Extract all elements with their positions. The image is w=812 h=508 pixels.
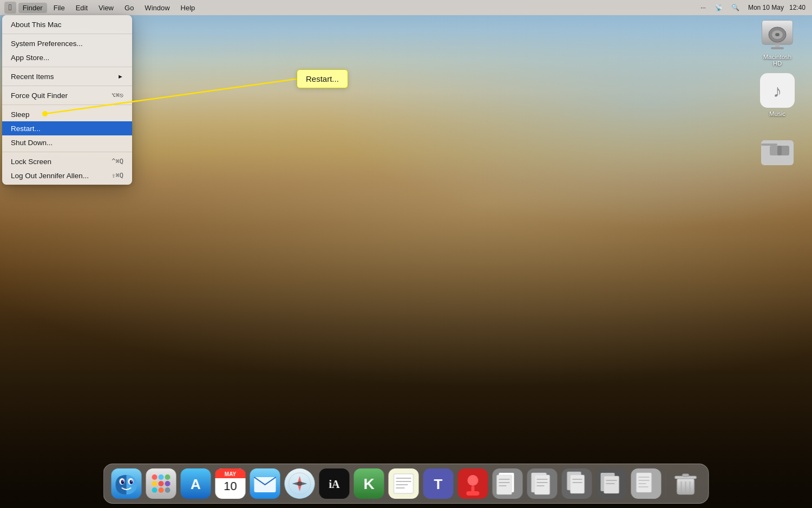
svg-text:T: T	[434, 476, 443, 492]
menubar-go[interactable]: Go	[120, 3, 138, 13]
dock-launchpad[interactable]	[145, 467, 178, 500]
apple-dropdown-menu: About This Mac System Preferences... App…	[2, 15, 132, 185]
svg-point-58	[468, 475, 479, 486]
svg-point-21	[123, 480, 124, 481]
menu-shut-down[interactable]: Shut Down...	[2, 135, 132, 149]
apple-menu-button[interactable]: 	[4, 2, 16, 14]
dock-teams[interactable]: T	[422, 467, 455, 500]
menubar-finder[interactable]: Finder	[18, 3, 47, 13]
menu-sep-3	[2, 86, 132, 86]
svg-point-19	[121, 480, 125, 484]
dock-doc1[interactable]	[492, 467, 524, 500]
svg-text:10: 10	[224, 479, 237, 493]
menubar-airdrop[interactable]: 📡	[712, 3, 725, 12]
menu-sep-4	[2, 105, 132, 105]
desktop-icon-folder[interactable]	[756, 133, 799, 171]
desktop-icon-macintosh-hd[interactable]: Macintosh HD	[756, 16, 799, 67]
menubar-help[interactable]: Help	[176, 3, 200, 13]
dock-calendar[interactable]: MAY 10	[214, 467, 247, 500]
dock-app-store[interactable]: A	[180, 467, 212, 500]
svg-point-20	[130, 480, 133, 484]
menu-restart[interactable]: Restart...	[2, 121, 132, 135]
menu-sep-2	[2, 67, 132, 67]
svg-rect-83	[604, 476, 619, 493]
svg-rect-95	[683, 474, 689, 477]
menu-sep-5	[2, 152, 132, 152]
dock-joystick[interactable]	[457, 467, 489, 500]
svg-point-29	[165, 481, 171, 486]
svg-point-22	[132, 480, 133, 481]
svg-rect-14	[777, 146, 789, 155]
dock-ia-writer[interactable]: iA	[318, 467, 351, 500]
music-app-icon: ♪	[760, 73, 795, 108]
desktop-icon-music[interactable]: ♪ Music	[756, 73, 799, 118]
dock: A MAY 10	[103, 464, 709, 504]
svg-rect-66	[497, 475, 512, 494]
music-label: Music	[767, 110, 788, 118]
log-out-shortcut: ⇧⌘Q	[112, 172, 123, 179]
svg-rect-78	[571, 475, 585, 493]
dock-finder[interactable]	[110, 467, 143, 500]
svg-point-28	[159, 481, 164, 486]
menubar-edit[interactable]: Edit	[71, 3, 92, 13]
dock-doc5[interactable]	[630, 467, 663, 500]
menubar:  Finder File Edit View Go Window Help ·…	[0, 0, 812, 15]
dock-keepassxc[interactable]: K	[353, 467, 385, 500]
svg-text:MAY: MAY	[225, 471, 237, 477]
macintosh-hd-icon	[760, 16, 795, 51]
restart-tooltip: Restart...	[297, 69, 348, 88]
menubar-datetime: Mon 10 May 12:40	[746, 3, 808, 12]
dock-safari[interactable]	[284, 467, 316, 500]
menu-system-preferences[interactable]: System Preferences...	[2, 36, 132, 50]
menubar-dots[interactable]: ···	[698, 3, 708, 12]
svg-point-27	[152, 481, 158, 486]
svg-point-32	[165, 487, 171, 493]
dock-mail[interactable]	[249, 467, 281, 500]
svg-text:♪: ♪	[773, 81, 782, 101]
menubar-spotlight[interactable]: 🔍	[729, 3, 742, 12]
dock-separator	[666, 471, 666, 497]
menubar-window[interactable]: Window	[140, 3, 174, 13]
lock-screen-shortcut: ^⌘Q	[112, 158, 123, 165]
menu-about-this-mac[interactable]: About This Mac	[2, 17, 132, 31]
svg-point-6	[775, 33, 780, 36]
menu-log-out[interactable]: Log Out Jennifer Allen... ⇧⌘Q	[2, 168, 132, 183]
svg-rect-8	[771, 47, 784, 49]
menubar-file[interactable]: File	[49, 3, 69, 13]
svg-text:A: A	[191, 476, 201, 492]
svg-point-26	[165, 474, 171, 480]
svg-rect-87	[637, 473, 652, 492]
svg-point-30	[152, 487, 158, 493]
menu-sep-1	[2, 34, 132, 34]
dock-doc2[interactable]	[526, 467, 559, 500]
folder-label	[775, 170, 780, 171]
svg-point-31	[159, 487, 164, 493]
svg-point-25	[159, 474, 164, 480]
menu-app-store[interactable]: App Store...	[2, 50, 132, 64]
menu-recent-items[interactable]: Recent Items ►	[2, 69, 132, 83]
svg-rect-60	[467, 491, 480, 496]
svg-point-24	[152, 474, 158, 480]
recent-items-arrow: ►	[117, 73, 123, 80]
svg-text:iA: iA	[329, 478, 340, 490]
svg-rect-50	[394, 474, 414, 493]
dock-trash[interactable]	[670, 467, 702, 500]
dock-doc4[interactable]	[595, 467, 628, 500]
menu-sleep[interactable]: Sleep	[2, 107, 132, 121]
svg-text:K: K	[363, 476, 374, 492]
svg-point-44	[298, 482, 302, 485]
force-quit-shortcut: ⌥⌘⎋	[112, 92, 123, 99]
svg-rect-12	[761, 144, 777, 146]
svg-rect-72	[535, 475, 550, 494]
dock-doc3[interactable]	[561, 467, 593, 500]
dock-textedit[interactable]	[388, 467, 420, 500]
menubar-view[interactable]: View	[94, 3, 118, 13]
folder-icon	[760, 133, 795, 167]
menu-lock-screen[interactable]: Lock Screen ^⌘Q	[2, 154, 132, 168]
macintosh-hd-label: Macintosh HD	[756, 53, 799, 67]
menu-force-quit[interactable]: Force Quit Finder ⌥⌘⎋	[2, 88, 132, 102]
